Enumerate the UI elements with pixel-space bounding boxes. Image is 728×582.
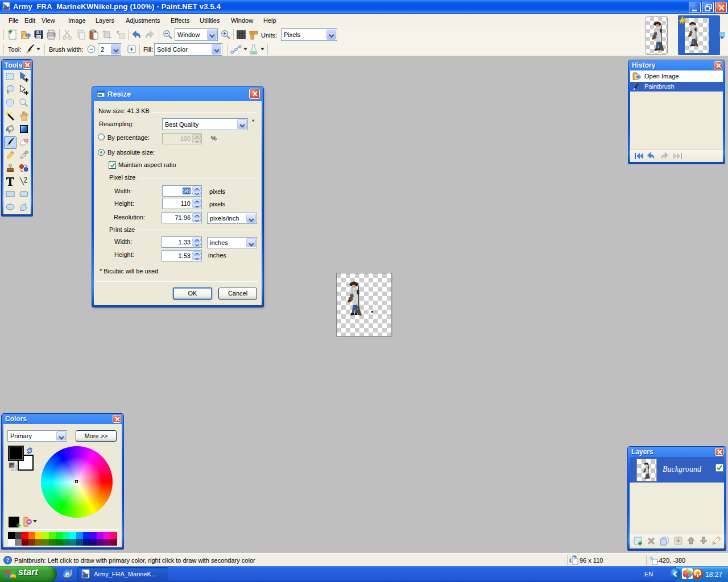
svg-text:?: ? <box>6 557 9 563</box>
